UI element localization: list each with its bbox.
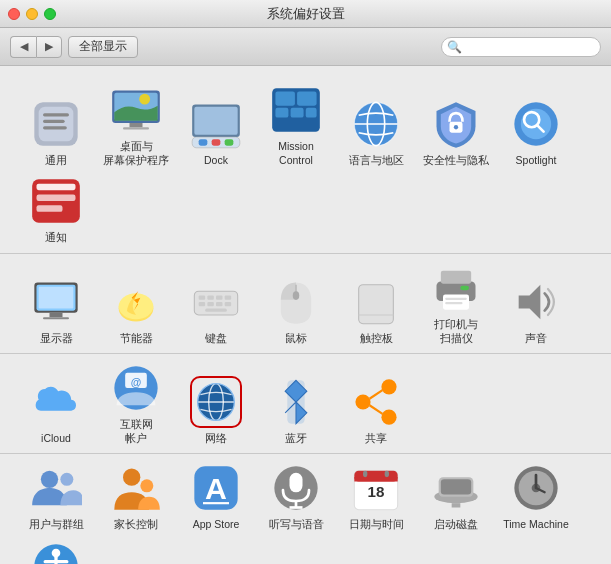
icon-item-dock[interactable]: Dock (176, 80, 256, 171)
svg-rect-39 (43, 317, 69, 319)
svg-text:18: 18 (368, 483, 385, 500)
icon-item-spotlight[interactable]: Spotlight (496, 80, 576, 171)
svg-text:A: A (205, 472, 227, 505)
icon-grid-system: 用户与群组 家长控制 A App Store 听写与语音 18 日期与时间 (0, 454, 611, 564)
icon-timemachine (510, 462, 562, 514)
icon-item-energy[interactable]: 节能器 (96, 258, 176, 349)
forward-button[interactable]: ▶ (36, 36, 62, 58)
icon-dictation (270, 462, 322, 514)
icon-item-appstore[interactable]: A App Store (176, 458, 256, 536)
svg-rect-63 (460, 286, 469, 290)
icon-label-icloud: iCloud (41, 432, 71, 446)
search-input[interactable] (441, 37, 601, 57)
icon-mission-control (270, 84, 322, 136)
icon-sound (510, 276, 562, 328)
back-button[interactable]: ◀ (10, 36, 36, 58)
icon-label-parental: 家长控制 (114, 518, 158, 532)
icon-item-display[interactable]: 显示器 (16, 258, 96, 349)
icon-item-sound[interactable]: 声音 (496, 258, 576, 349)
icon-label-network: 网络 (205, 432, 227, 446)
icon-item-trackpad[interactable]: 触控板 (336, 258, 416, 349)
icon-accessibility (30, 540, 82, 564)
icon-item-keyboard[interactable]: 键盘 (176, 258, 256, 349)
icon-general (30, 98, 82, 150)
icon-item-printer[interactable]: 打印机与 扫描仪 (416, 258, 496, 349)
svg-rect-47 (216, 295, 223, 299)
svg-rect-17 (275, 92, 295, 106)
section-system: 用户与群组 家长控制 A App Store 听写与语音 18 日期与时间 (0, 454, 611, 564)
icon-item-general[interactable]: 通用 (16, 80, 96, 171)
icon-item-internet-accounts[interactable]: @ 互联网 帐户 (96, 358, 176, 449)
close-button[interactable] (8, 8, 20, 20)
icon-item-datetime[interactable]: 18 日期与时间 (336, 458, 416, 536)
icon-label-energy: 节能器 (120, 332, 153, 346)
icon-label-notification: 通知 (45, 231, 67, 245)
section-internet: iCloud @ 互联网 帐户 网络 蓝牙 共享 (0, 354, 611, 454)
icon-label-security: 安全性与隐私 (423, 154, 489, 168)
svg-rect-11 (194, 106, 237, 134)
icon-item-icloud[interactable]: iCloud (16, 358, 96, 449)
icon-item-users[interactable]: 用户与群组 (16, 458, 96, 536)
svg-point-27 (454, 125, 458, 129)
icon-item-timemachine[interactable]: Time Machine (496, 458, 576, 536)
icon-label-appstore: App Store (193, 518, 240, 532)
svg-rect-40 (39, 286, 74, 308)
svg-rect-93 (385, 471, 389, 478)
svg-rect-51 (205, 308, 227, 311)
icon-item-mission-control[interactable]: Mission Control (256, 80, 336, 171)
icon-label-desktop: 桌面与 屏幕保护程序 (103, 140, 169, 167)
icon-item-startup[interactable]: 启动磁盘 (416, 458, 496, 536)
icon-grid-internet: iCloud @ 互联网 帐户 网络 蓝牙 共享 (0, 354, 611, 453)
svg-point-72 (381, 379, 396, 394)
svg-rect-21 (306, 108, 317, 118)
svg-rect-13 (199, 139, 208, 146)
icon-label-trackpad: 触控板 (360, 332, 393, 346)
icon-item-dictation[interactable]: 听写与语音 (256, 458, 336, 536)
icon-item-desktop[interactable]: 桌面与 屏幕保护程序 (96, 80, 176, 171)
icon-item-language[interactable]: 语言与地区 (336, 80, 416, 171)
svg-rect-3 (43, 119, 65, 122)
icon-item-bluetooth[interactable]: 蓝牙 (256, 358, 336, 449)
svg-rect-59 (441, 271, 471, 284)
icon-item-network[interactable]: 网络 (176, 358, 256, 449)
svg-point-55 (293, 291, 300, 300)
main-content: 通用 桌面与 屏幕保护程序 Dock Mission Control (0, 66, 611, 564)
icon-language (350, 98, 402, 150)
icon-item-accessibility[interactable]: 辅助功能 (16, 536, 96, 564)
svg-rect-49 (199, 302, 206, 306)
svg-rect-4 (43, 126, 67, 129)
svg-rect-61 (445, 298, 467, 300)
icon-item-sharing[interactable]: 共享 (336, 358, 416, 449)
icon-label-general: 通用 (45, 154, 67, 168)
svg-line-76 (370, 405, 383, 414)
icon-item-parental[interactable]: 家长控制 (96, 458, 176, 536)
show-all-button[interactable]: 全部显示 (68, 36, 138, 58)
icon-appstore: A (190, 462, 242, 514)
svg-rect-7 (130, 123, 143, 127)
icon-printer (430, 262, 482, 314)
icon-label-language: 语言与地区 (349, 154, 404, 168)
icon-energy (110, 276, 162, 328)
search-icon: 🔍 (447, 40, 462, 54)
icon-grid-hardware: 显示器 节能器 键盘 鼠标 触控板 (0, 254, 611, 353)
svg-rect-45 (199, 295, 206, 299)
svg-point-78 (60, 473, 73, 486)
icon-datetime: 18 (350, 462, 402, 514)
icon-icloud (30, 376, 82, 428)
maximize-button[interactable] (44, 8, 56, 20)
svg-rect-18 (297, 92, 317, 106)
svg-rect-35 (37, 206, 63, 213)
icon-item-notification[interactable]: 通知 (16, 171, 96, 249)
svg-point-9 (139, 94, 150, 105)
icon-item-security[interactable]: 安全性与隐私 (416, 80, 496, 171)
window-title: 系统偏好设置 (267, 5, 345, 23)
icon-grid-personal: 通用 桌面与 屏幕保护程序 Dock Mission Control (0, 76, 611, 253)
minimize-button[interactable] (26, 8, 38, 20)
icon-item-mouse[interactable]: 鼠标 (256, 258, 336, 349)
icon-label-mouse: 鼠标 (285, 332, 307, 346)
svg-rect-33 (37, 184, 76, 191)
svg-rect-20 (291, 108, 304, 118)
svg-rect-85 (290, 473, 303, 493)
svg-rect-2 (43, 113, 69, 116)
icon-mouse (270, 276, 322, 328)
